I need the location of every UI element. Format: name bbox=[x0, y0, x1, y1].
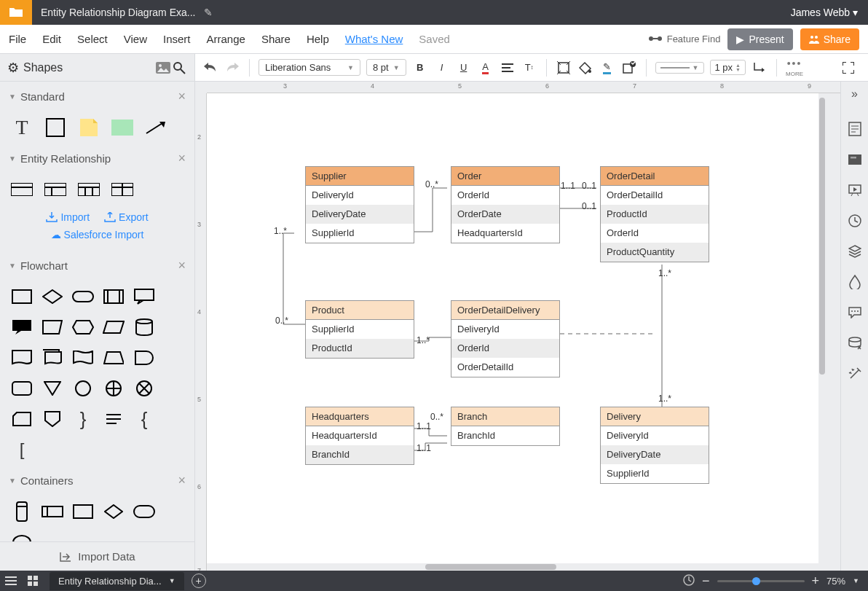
shape-rect[interactable] bbox=[44, 116, 67, 139]
history-icon[interactable] bbox=[847, 213, 863, 229]
panel-containers[interactable]: ▼Containers× bbox=[0, 466, 194, 496]
menu-whats-new[interactable]: What's New bbox=[345, 33, 403, 45]
magic-icon[interactable] bbox=[847, 366, 863, 382]
add-page-button[interactable]: + bbox=[192, 574, 206, 588]
entity-orderdetaildelivery[interactable]: OrderDetailDelivery DeliveryId OrderId O… bbox=[451, 300, 560, 377]
fc-bracket[interactable]: [ bbox=[10, 438, 33, 461]
fc-docs[interactable] bbox=[41, 346, 64, 369]
zoom-out[interactable]: − bbox=[702, 574, 710, 589]
list-view-icon[interactable] bbox=[0, 576, 22, 585]
fc-flag[interactable] bbox=[71, 346, 95, 369]
fc-brace-r[interactable]: } bbox=[71, 407, 95, 431]
fc-diamond[interactable] bbox=[41, 285, 64, 308]
er-shape-4[interactable] bbox=[111, 178, 134, 201]
image-icon[interactable] bbox=[155, 60, 171, 76]
fc-card[interactable] bbox=[10, 407, 33, 431]
fc-x-circle[interactable] bbox=[133, 377, 156, 400]
shape-note[interactable] bbox=[77, 116, 100, 139]
cont-2[interactable] bbox=[41, 500, 64, 523]
fc-trap[interactable] bbox=[102, 346, 125, 369]
er-shape-2[interactable] bbox=[44, 178, 67, 201]
sync-icon[interactable] bbox=[683, 574, 695, 588]
salesforce-import-link[interactable]: ☁ Salesforce Import bbox=[0, 229, 194, 251]
pencil-icon[interactable]: ✎ bbox=[204, 7, 213, 18]
shape-block[interactable] bbox=[111, 116, 134, 139]
size-select[interactable]: 8 pt▼ bbox=[366, 59, 406, 76]
menu-insert[interactable]: Insert bbox=[163, 33, 191, 45]
share-button[interactable]: Share bbox=[800, 28, 859, 50]
notes-icon[interactable] bbox=[847, 121, 863, 137]
panel-er[interactable]: ▼Entity Relationship× bbox=[0, 144, 194, 173]
menu-edit[interactable]: Edit bbox=[42, 33, 61, 45]
import-data-button[interactable]: Import Data bbox=[0, 541, 194, 571]
align-icon[interactable] bbox=[500, 60, 516, 76]
er-shape-3[interactable] bbox=[77, 178, 100, 201]
fc-callout2[interactable] bbox=[10, 316, 33, 339]
comment-icon[interactable] bbox=[847, 305, 863, 321]
entity-product[interactable]: Product SupplierId ProductId bbox=[305, 300, 414, 359]
fill-icon[interactable] bbox=[577, 60, 593, 76]
shape-text[interactable]: T bbox=[10, 116, 33, 139]
fc-circle[interactable] bbox=[71, 377, 95, 400]
bold-icon[interactable]: B bbox=[412, 60, 428, 76]
cont-5[interactable] bbox=[133, 500, 156, 523]
fc-parallelogram[interactable] bbox=[102, 316, 125, 339]
zoom-dropdown[interactable]: ▼ bbox=[853, 577, 859, 584]
entity-headquarters[interactable]: Headquarters HeadquartersId BranchId bbox=[305, 407, 414, 465]
fc-roundrect[interactable] bbox=[10, 377, 33, 400]
font-select[interactable]: Liberation Sans▼ bbox=[259, 59, 360, 76]
vertical-scrollbar[interactable] bbox=[818, 93, 826, 563]
close-icon[interactable]: × bbox=[178, 258, 186, 273]
shape-arrow[interactable] bbox=[144, 116, 167, 139]
fc-subprocess[interactable] bbox=[102, 285, 125, 308]
fc-pill[interactable] bbox=[71, 285, 95, 308]
shape-box-icon[interactable] bbox=[556, 60, 572, 76]
close-icon[interactable]: × bbox=[178, 89, 186, 104]
menu-file[interactable]: File bbox=[9, 33, 26, 45]
feature-find[interactable]: Feature Find bbox=[648, 34, 721, 44]
text-transform-icon[interactable]: T↕ bbox=[521, 60, 537, 76]
zoom-slider[interactable] bbox=[717, 580, 805, 582]
close-icon[interactable]: × bbox=[178, 473, 186, 488]
line-width-select[interactable]: 1 px▲▼ bbox=[710, 60, 746, 75]
redo-icon[interactable] bbox=[224, 60, 240, 76]
export-link[interactable]: Export bbox=[104, 211, 148, 223]
er-shape-1[interactable] bbox=[10, 178, 33, 201]
fc-callout[interactable] bbox=[133, 285, 156, 308]
fc-d[interactable] bbox=[133, 346, 156, 369]
line-style-select[interactable]: ▼ bbox=[655, 62, 704, 74]
border-color-icon[interactable]: ✎ bbox=[599, 60, 615, 76]
fc-cylinder[interactable] bbox=[133, 316, 156, 339]
cont-1[interactable] bbox=[10, 500, 33, 523]
close-icon[interactable]: × bbox=[178, 151, 186, 166]
entity-branch[interactable]: Branch BranchId bbox=[451, 407, 560, 446]
import-link[interactable]: Import bbox=[46, 211, 90, 223]
data-icon[interactable] bbox=[847, 335, 863, 351]
cont-4[interactable] bbox=[102, 500, 125, 523]
entity-order[interactable]: Order OrderId OrderDate HeadquartersId bbox=[451, 166, 560, 243]
canvas-area[interactable]: 3 4 5 6 7 8 9 2 3 4 5 6 7 bbox=[195, 82, 840, 571]
gear-icon[interactable]: ⚙ bbox=[7, 60, 19, 76]
line-path-icon[interactable] bbox=[751, 60, 768, 76]
menu-help[interactable]: Help bbox=[307, 33, 329, 45]
search-icon[interactable] bbox=[171, 60, 187, 76]
canvas[interactable]: 1..* 0..* 1..* 0..* 1..1 0..1 0..1 1..1 … bbox=[207, 93, 818, 563]
undo-icon[interactable] bbox=[202, 60, 218, 76]
zoom-level[interactable]: 75% bbox=[826, 576, 845, 587]
panel-standard[interactable]: ▼Standard× bbox=[0, 82, 194, 111]
menu-share[interactable]: Share bbox=[261, 33, 291, 45]
fc-list[interactable] bbox=[102, 407, 125, 431]
underline-icon[interactable]: U bbox=[456, 60, 472, 76]
fc-cross-circle[interactable] bbox=[102, 377, 125, 400]
fullscreen-icon[interactable] bbox=[840, 60, 856, 76]
entity-supplier[interactable]: Supplier DeliveryId DeliveryDate Supplie… bbox=[305, 166, 414, 243]
fc-manual[interactable] bbox=[41, 316, 64, 339]
panel-flowchart[interactable]: ▼Flowchart× bbox=[0, 251, 194, 281]
collapse-icon[interactable]: » bbox=[847, 86, 863, 102]
user-menu[interactable]: James Webb ▾ bbox=[791, 7, 868, 18]
cont-3[interactable] bbox=[71, 500, 95, 523]
text-color-icon[interactable]: A bbox=[478, 60, 494, 76]
grid-view-icon[interactable] bbox=[22, 576, 44, 586]
italic-icon[interactable]: I bbox=[434, 60, 450, 76]
fc-hex[interactable] bbox=[71, 316, 95, 339]
